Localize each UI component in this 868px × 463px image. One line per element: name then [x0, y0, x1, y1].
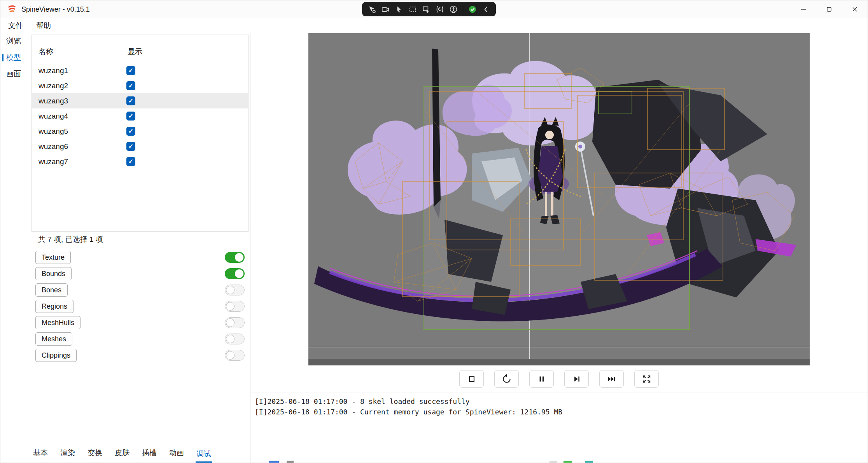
- visibility-checkbox[interactable]: [126, 96, 135, 105]
- toggle-knob: [235, 269, 243, 278]
- capture-toolbar: [362, 2, 496, 16]
- log-output[interactable]: [I]2025-06-18 01:17:00 - 8 skel loaded s…: [250, 393, 868, 460]
- toggle-knob: [226, 335, 234, 343]
- visibility-checkbox[interactable]: [126, 127, 135, 136]
- meshes-button[interactable]: Meshes: [35, 332, 72, 346]
- table-row[interactable]: wuzang7: [32, 154, 248, 169]
- bounds-toggle[interactable]: [225, 268, 245, 279]
- clippings-toggle[interactable]: [225, 350, 245, 361]
- status-check-icon[interactable]: [468, 5, 477, 14]
- visibility-checkbox[interactable]: [126, 157, 135, 166]
- sidebar-item-model[interactable]: 模型: [0, 49, 27, 66]
- titlebar: SpineViewer - v0.15.1: [0, 0, 868, 18]
- window-title: SpineViewer - v0.15.1: [21, 5, 90, 14]
- model-name: wuzang2: [32, 82, 68, 90]
- menu-help[interactable]: 帮助: [36, 21, 51, 31]
- bounds-button[interactable]: Bounds: [35, 267, 72, 280]
- taskbar-icon-sliver: [564, 461, 572, 463]
- replay-icon[interactable]: [436, 5, 444, 14]
- bones-toggle[interactable]: [225, 285, 245, 295]
- table-row[interactable]: wuzang5: [32, 124, 248, 139]
- fullscreen-button[interactable]: [634, 370, 659, 388]
- menubar: 文件 帮助: [0, 18, 868, 33]
- model-name: wuzang5: [32, 127, 68, 136]
- clippings-button[interactable]: Clippings: [35, 349, 77, 362]
- column-header-name[interactable]: 名称: [38, 47, 53, 57]
- region-select-icon[interactable]: [408, 5, 417, 14]
- regions-toggle[interactable]: [225, 301, 245, 312]
- toggle-row-meshhulls: MeshHulls: [27, 316, 250, 329]
- table-row[interactable]: wuzang6: [32, 139, 248, 154]
- table-row[interactable]: wuzang1: [32, 63, 248, 78]
- pause-button[interactable]: [529, 370, 554, 388]
- spine-preview-art: [308, 33, 810, 365]
- accessibility-icon[interactable]: [449, 5, 458, 14]
- meshhulls-toggle[interactable]: [225, 317, 245, 328]
- toggle-row-bones: Bones: [27, 283, 250, 297]
- toggle-knob: [226, 318, 234, 327]
- visibility-checkbox[interactable]: [126, 66, 135, 75]
- table-row-selected[interactable]: wuzang3: [32, 93, 248, 108]
- restart-button[interactable]: [494, 370, 519, 388]
- toggle-knob: [235, 253, 243, 262]
- toggle-row-meshes: Meshes: [27, 332, 250, 346]
- toggle-row-texture: Texture: [27, 251, 250, 264]
- model-name: wuzang4: [32, 112, 68, 121]
- skip-forward-button[interactable]: [599, 370, 624, 388]
- model-name: wuzang3: [32, 97, 68, 105]
- property-tabs: 基本 渲染 变换 皮肤 插槽 动画 调试: [27, 446, 250, 463]
- step-forward-button[interactable]: [564, 370, 589, 388]
- cursor-icon[interactable]: [395, 5, 403, 14]
- app-logo-icon: [7, 5, 17, 14]
- selection-summary: 共 7 项, 已选择 1 项: [32, 232, 248, 247]
- model-name: wuzang6: [32, 142, 68, 151]
- debug-toggles: Texture Bounds Bones Regions MeshHulls M…: [27, 247, 250, 362]
- chevron-left-icon[interactable]: [482, 5, 490, 14]
- sidebar-item-browse[interactable]: 浏览: [0, 33, 27, 49]
- toolbar-separator: [463, 5, 463, 13]
- model-name: wuzang7: [32, 157, 68, 166]
- table-row[interactable]: wuzang4: [32, 108, 248, 124]
- toggle-knob: [226, 302, 234, 311]
- log-line: [I]2025-06-18 01:17:00 - Current memory …: [255, 407, 868, 417]
- app-window: SpineViewer - v0.15.1: [0, 0, 868, 463]
- regions-button[interactable]: Regions: [35, 300, 74, 313]
- window-controls: [791, 0, 868, 18]
- stop-button[interactable]: [459, 370, 484, 388]
- taskbar-icon-sliver: [585, 461, 593, 463]
- texture-button[interactable]: Texture: [35, 251, 71, 264]
- visibility-checkbox[interactable]: [126, 112, 135, 121]
- model-name: wuzang1: [32, 66, 68, 75]
- maximize-button[interactable]: [816, 0, 842, 18]
- model-table: 名称 显示 wuzang1 wuzang2 wuzang3 wuzang4 wu…: [32, 35, 248, 232]
- taskbar-sliver: [0, 461, 868, 463]
- meshhulls-button[interactable]: MeshHulls: [35, 316, 80, 329]
- minimize-button[interactable]: [791, 0, 816, 18]
- spine-viewport[interactable]: [308, 33, 810, 365]
- log-line: [I]2025-06-18 01:17:00 - 8 skel loaded s…: [255, 396, 868, 407]
- cursor-settings-icon[interactable]: [368, 5, 376, 14]
- model-table-header: 名称 显示: [32, 35, 248, 63]
- video-camera-icon[interactable]: [381, 5, 390, 14]
- bones-button[interactable]: Bones: [35, 283, 68, 297]
- meshes-toggle[interactable]: [225, 334, 245, 344]
- toggle-row-bounds: Bounds: [27, 267, 250, 280]
- side-nav: 浏览 模型 画面: [0, 33, 27, 463]
- model-panel: 名称 显示 wuzang1 wuzang2 wuzang3 wuzang4 wu…: [27, 33, 250, 463]
- window-capture-icon[interactable]: [422, 5, 430, 14]
- menu-file[interactable]: 文件: [8, 21, 23, 31]
- playback-controls: [308, 370, 810, 388]
- taskbar-icon-sliver: [550, 461, 557, 463]
- taskbar-icon-sliver: [269, 461, 279, 463]
- visibility-checkbox[interactable]: [126, 142, 135, 151]
- taskbar-icon-sliver: [287, 461, 294, 463]
- preview-region: [I]2025-06-18 01:17:00 - 8 skel loaded s…: [250, 33, 868, 463]
- toggle-knob: [226, 286, 234, 294]
- table-row[interactable]: wuzang2: [32, 78, 248, 93]
- column-header-show[interactable]: 显示: [128, 47, 142, 57]
- toggle-knob: [226, 351, 234, 360]
- sidebar-item-screen[interactable]: 画面: [0, 66, 27, 82]
- close-button[interactable]: [842, 0, 868, 18]
- visibility-checkbox[interactable]: [126, 81, 135, 90]
- texture-toggle[interactable]: [225, 252, 245, 263]
